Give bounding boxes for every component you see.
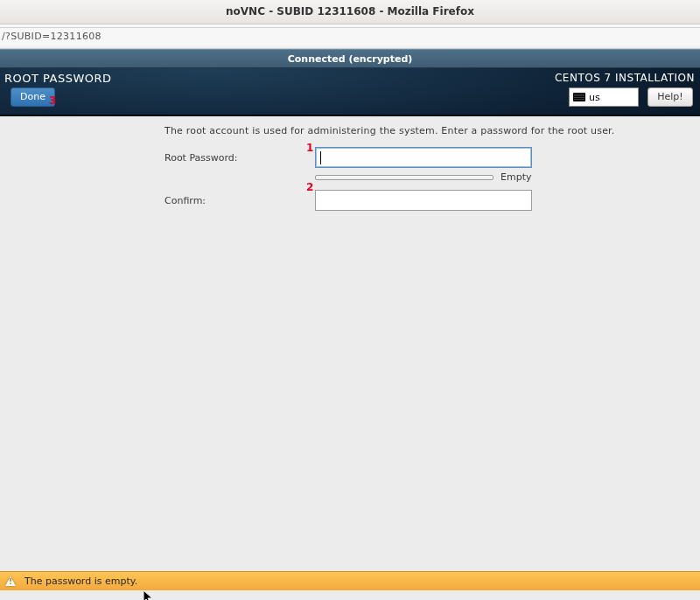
done-button[interactable]: Done bbox=[10, 87, 55, 107]
warning-icon bbox=[5, 576, 16, 586]
url-text: /?SUBID=12311608 bbox=[2, 31, 102, 42]
confirm-password-row: Confirm: bbox=[164, 190, 700, 211]
page-title: ROOT PASSWORD bbox=[4, 72, 112, 85]
root-password-row: Root Password: bbox=[164, 147, 700, 168]
vnc-status-text: Connected (encrypted) bbox=[288, 53, 413, 65]
warning-text: The password is empty. bbox=[24, 576, 137, 587]
root-password-label: Root Password: bbox=[164, 152, 315, 164]
window-title-bar: noVNC - SUBID 12311608 - Mozilla Firefox bbox=[0, 0, 700, 24]
svg-marker-0 bbox=[144, 590, 152, 600]
confirm-password-input[interactable] bbox=[315, 190, 532, 211]
window-title: noVNC - SUBID 12311608 - Mozilla Firefox bbox=[226, 5, 474, 17]
keyboard-layout-selector[interactable]: us bbox=[569, 87, 639, 107]
confirm-password-label: Confirm: bbox=[164, 195, 315, 206]
password-strength-meter bbox=[315, 175, 494, 180]
content-area: The root account is used for administeri… bbox=[0, 116, 700, 571]
description-text: The root account is used for administeri… bbox=[164, 125, 700, 136]
root-password-input[interactable] bbox=[315, 147, 532, 168]
help-button-label: Help! bbox=[657, 91, 683, 102]
keyboard-icon bbox=[573, 93, 585, 101]
help-button[interactable]: Help! bbox=[648, 87, 693, 107]
vnc-status-bar: Connected (encrypted) bbox=[0, 49, 700, 68]
url-bar[interactable]: /?SUBID=12311608 bbox=[0, 28, 700, 45]
installer-header: ROOT PASSWORD Done CENTOS 7 INSTALLATION… bbox=[0, 68, 700, 116]
text-caret-icon bbox=[320, 151, 321, 164]
keyboard-layout-text: us bbox=[589, 92, 600, 103]
done-button-label: Done bbox=[20, 91, 46, 102]
warning-footer: The password is empty. bbox=[0, 571, 700, 590]
password-strength-label: Empty bbox=[500, 171, 531, 183]
password-strength-row: Empty bbox=[315, 171, 700, 183]
installer-label: CENTOS 7 INSTALLATION bbox=[555, 72, 695, 84]
